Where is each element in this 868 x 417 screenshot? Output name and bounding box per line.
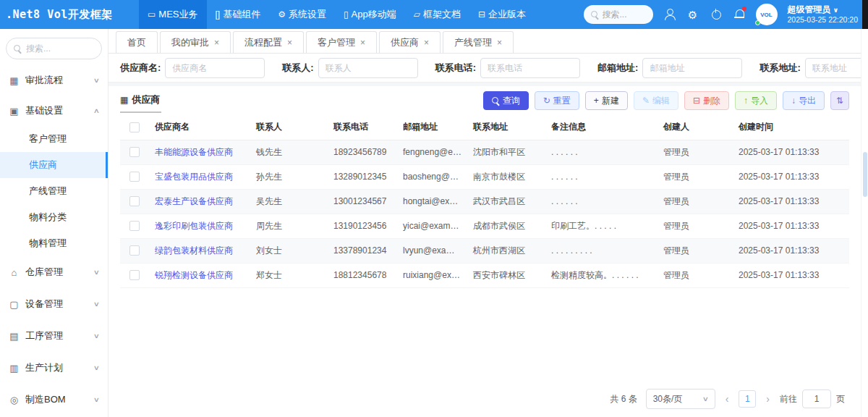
top-menu-docs[interactable]: ▱ 框架文档 xyxy=(405,0,469,29)
select-all-checkbox[interactable] xyxy=(129,122,140,132)
chat-icon: ▭ xyxy=(148,9,156,20)
top-menu-enterprise[interactable]: ⊟ 企业版本 xyxy=(469,0,535,29)
sidebar-item-manufacturing-bom[interactable]: ◎ 制造BOM ∨ xyxy=(0,384,108,416)
top-menu-label: 基础组件 xyxy=(223,8,260,21)
supplier-link[interactable]: 丰能能源设备供应商 xyxy=(149,140,250,164)
filter-bar: 供应商名: 联系人: 联系电话: 邮箱地址: 联系地址: xyxy=(109,54,861,83)
contact-input[interactable] xyxy=(318,58,418,78)
import-button[interactable]: ↑ 导入 xyxy=(735,91,777,110)
page-number-button[interactable]: 1 xyxy=(739,390,756,408)
sidebar-item-warehouse-management[interactable]: ⌂ 仓库管理 ∨ xyxy=(0,256,108,288)
button-group: 查询 ↻ 重置 + 新建 ✎ 编辑 ⊟ xyxy=(483,91,849,110)
prev-page-button[interactable]: ‹ xyxy=(724,393,731,405)
supplier-name-input[interactable] xyxy=(165,58,265,78)
chevron-down-icon: ∨ xyxy=(93,77,100,84)
sidebar-search-input[interactable] xyxy=(26,43,91,54)
sidebar-item-process-management[interactable]: ▤ 工序管理 ∨ xyxy=(0,320,108,352)
global-search-input[interactable] xyxy=(603,9,646,20)
scrollbar-thumb[interactable] xyxy=(863,152,867,197)
table-header-row: 供应商名 联系人 联系电话 邮箱地址 联系地址 备注信息 创建人 创建时间 xyxy=(120,115,849,140)
page-size-select[interactable]: 30条/页 ∨ xyxy=(646,389,715,409)
supplier-link[interactable]: 绿韵包装材料供应商 xyxy=(149,238,250,263)
sidebar: ▦ 审批流程 ∨ ▣ 基础设置 ∧ 客户管理 供应商 产线管理 物料分类 xyxy=(0,29,109,417)
supplier-link[interactable]: 宏泰生产设备供应商 xyxy=(149,189,250,214)
sidebar-item-production-line[interactable]: 产线管理 xyxy=(0,178,108,204)
column-header-contact: 联系人 xyxy=(250,115,328,140)
user-icon[interactable] xyxy=(663,8,676,21)
sidebar-item-base-settings[interactable]: ▣ 基础设置 ∧ xyxy=(0,96,108,126)
top-menu-mes[interactable]: ▭ MES业务 xyxy=(139,0,207,29)
delete-button[interactable]: ⊟ 删除 xyxy=(684,91,729,110)
tab-home[interactable]: 首页 xyxy=(116,31,158,53)
topbar-right: ⚙ VOL 超级管理员 ∨ 2025-03-25 22:20:20 xyxy=(584,4,868,25)
panel-title: ▦ 供应商 xyxy=(120,89,161,113)
close-icon[interactable]: × xyxy=(214,38,219,47)
sort-toggle-button[interactable]: ⇅ xyxy=(830,91,849,110)
search-button[interactable]: 查询 xyxy=(483,91,529,110)
table-row: 绿韵包装材料供应商 刘女士 13378901234 lvyun@exampl..… xyxy=(120,238,849,263)
tab-flow-config[interactable]: 流程配置 × xyxy=(233,31,304,53)
sidebar-item-customer-management[interactable]: 客户管理 xyxy=(0,126,108,152)
row-checkbox[interactable] xyxy=(129,172,140,182)
chevron-down-icon: ∨ xyxy=(702,395,709,403)
top-menu: ▭ MES业务 [] 基础组件 ⚙ 系统设置 ▯ App移动端 ▱ 框架文档 ⊟… xyxy=(139,0,535,29)
sidebar-item-material-category[interactable]: 物料分类 xyxy=(0,204,108,230)
supplier-link[interactable]: 宝盛包装用品供应商 xyxy=(149,164,250,189)
document-icon: ▤ xyxy=(9,331,20,342)
column-header-supplier: 供应商名 xyxy=(149,115,250,140)
tab-my-approvals[interactable]: 我的审批 × xyxy=(160,31,231,53)
row-checkbox[interactable] xyxy=(129,245,140,256)
online-status-dot xyxy=(755,20,760,25)
row-checkbox[interactable] xyxy=(129,147,140,157)
top-menu-mobile[interactable]: ▯ App移动端 xyxy=(335,0,405,29)
settings-gear-icon[interactable]: ⚙ xyxy=(686,8,699,21)
user-dropdown[interactable]: 超级管理员 ∨ 2025-03-25 22:20:20 xyxy=(788,4,859,25)
supplier-link[interactable]: 逸彩印刷包装供应商 xyxy=(149,214,250,238)
sidebar-item-production-plan[interactable]: ▥ 生产计划 ∨ xyxy=(0,352,108,384)
address-input[interactable] xyxy=(805,58,868,78)
tab-bar: 首页 我的审批 × 流程配置 × 客户管理 × 供应商 × xyxy=(109,29,861,54)
create-button[interactable]: + 新建 xyxy=(585,91,628,110)
sidebar-item-approval-flow[interactable]: ▦ 审批流程 ∨ xyxy=(0,65,108,96)
close-icon[interactable]: × xyxy=(497,38,502,47)
page-unit-label: 页 xyxy=(836,393,845,405)
search-icon xyxy=(492,97,500,105)
phone-input[interactable] xyxy=(480,58,580,78)
brackets-icon: [] xyxy=(216,9,221,20)
goto-page-input[interactable] xyxy=(802,389,831,408)
supplier-link[interactable]: 锐翔检测设备供应商 xyxy=(149,263,250,287)
power-icon[interactable] xyxy=(710,8,723,21)
house-icon: ⌂ xyxy=(9,267,20,278)
tab-customer-management[interactable]: 客户管理 × xyxy=(306,31,377,53)
box-icon: ▣ xyxy=(9,106,20,117)
email-input[interactable] xyxy=(642,58,742,78)
chevron-down-icon: ∨ xyxy=(93,269,100,276)
close-icon[interactable]: × xyxy=(424,38,429,47)
row-checkbox[interactable] xyxy=(129,221,140,231)
sidebar-item-equipment-management[interactable]: ▢ 设备管理 ∨ xyxy=(0,288,108,320)
top-menu-components[interactable]: [] 基础组件 xyxy=(207,0,270,29)
top-menu-system-settings[interactable]: ⚙ 系统设置 xyxy=(269,0,335,29)
column-header-created: 创建时间 xyxy=(733,115,849,140)
sidebar-item-material-management[interactable]: 物料管理 xyxy=(0,230,108,256)
tab-production-line[interactable]: 产线管理 × xyxy=(443,31,514,53)
table-row: 宝盛包装用品供应商 孙先生 13289012345 baosheng@ex...… xyxy=(120,164,849,189)
edit-button[interactable]: ✎ 编辑 xyxy=(634,91,678,110)
close-icon[interactable]: × xyxy=(287,38,292,47)
goto-label: 前往 xyxy=(780,393,797,405)
chevron-down-icon: ∨ xyxy=(93,300,100,308)
sidebar-search[interactable] xyxy=(6,38,102,59)
top-menu-label: App移动端 xyxy=(352,8,396,21)
sidebar-item-supplier[interactable]: 供应商 xyxy=(0,152,108,178)
reset-button[interactable]: ↻ 重置 xyxy=(535,91,579,110)
row-checkbox[interactable] xyxy=(129,270,140,280)
global-search[interactable] xyxy=(584,5,653,24)
notification-bell-icon[interactable] xyxy=(733,8,746,21)
close-icon[interactable]: × xyxy=(360,38,365,47)
top-menu-label: MES业务 xyxy=(158,8,197,21)
tab-supplier[interactable]: 供应商 × xyxy=(379,31,441,53)
next-page-button[interactable]: › xyxy=(765,393,771,405)
database-icon: ⊟ xyxy=(478,9,485,20)
row-checkbox[interactable] xyxy=(129,196,140,206)
export-button[interactable]: ↓ 导出 xyxy=(783,91,825,110)
